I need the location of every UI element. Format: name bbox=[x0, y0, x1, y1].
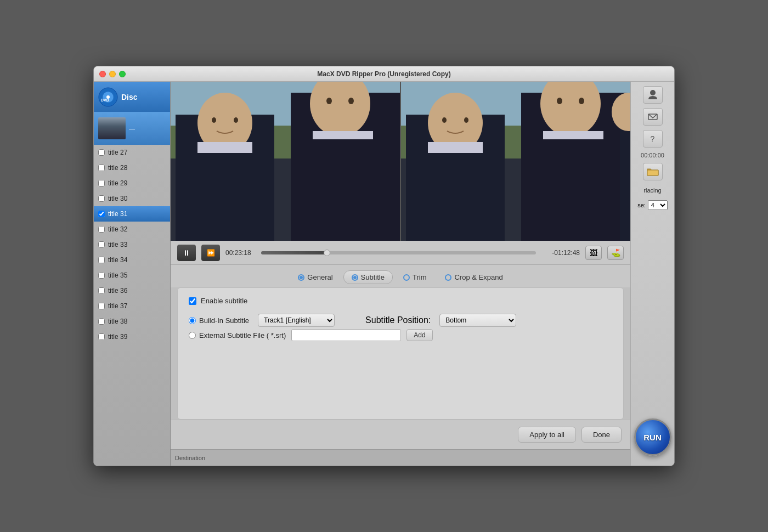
tab-general[interactable]: General bbox=[290, 270, 341, 284]
controls-bar: ⏸ ⏩ 00:23:18 -01:12:48 🖼 ⛳ bbox=[171, 241, 630, 265]
external-file-input[interactable] bbox=[291, 329, 401, 341]
title-item-27[interactable]: title 27 bbox=[94, 145, 170, 160]
right-panel: ? 00:00:00 rlacing se: 4 2 8 bbox=[630, 82, 674, 466]
title-34-checkbox[interactable] bbox=[98, 257, 105, 263]
mail-icon-btn[interactable] bbox=[643, 108, 663, 126]
title-27-checkbox[interactable] bbox=[98, 149, 105, 156]
title-item-28[interactable]: title 28 bbox=[94, 160, 170, 176]
screenshot-button[interactable]: 🖼 bbox=[585, 246, 602, 260]
svg-text:DVD: DVD bbox=[101, 98, 109, 102]
title-29-label: title 29 bbox=[108, 179, 127, 187]
apply-to-all-button[interactable]: Apply to all bbox=[518, 427, 576, 443]
help-icon-btn[interactable]: ? bbox=[643, 130, 663, 148]
se-label: se: bbox=[637, 202, 646, 208]
svg-point-11 bbox=[212, 117, 216, 123]
minimize-button[interactable] bbox=[109, 71, 116, 77]
title-28-checkbox[interactable] bbox=[98, 165, 105, 171]
flag-button[interactable]: ⛳ bbox=[607, 246, 624, 260]
title-item-32[interactable]: title 32 bbox=[94, 222, 170, 237]
title-39-checkbox[interactable] bbox=[98, 333, 105, 340]
title-item-34[interactable]: title 34 bbox=[94, 252, 170, 268]
title-37-checkbox[interactable] bbox=[98, 303, 105, 309]
title-item-33[interactable]: title 33 bbox=[94, 237, 170, 252]
svg-point-30 bbox=[557, 98, 562, 104]
run-button[interactable]: RUN bbox=[634, 418, 671, 456]
title-33-label: title 33 bbox=[108, 241, 127, 248]
svg-rect-36 bbox=[647, 170, 658, 176]
title-29-checkbox[interactable] bbox=[98, 180, 105, 186]
tab-crop-expand[interactable]: Crop & Expand bbox=[437, 270, 511, 284]
external-radio[interactable] bbox=[189, 332, 196, 339]
fullscreen-button[interactable] bbox=[119, 71, 126, 77]
tab-general-label: General bbox=[307, 273, 332, 281]
sidebar-disc-label: Disc bbox=[121, 93, 138, 101]
sidebar-thumb bbox=[98, 117, 126, 139]
video-left bbox=[171, 82, 400, 241]
position-label: Subtitle Position: bbox=[365, 315, 431, 325]
close-button[interactable] bbox=[99, 71, 106, 77]
add-button[interactable]: Add bbox=[406, 329, 432, 341]
fast-forward-button[interactable]: ⏩ bbox=[201, 245, 220, 261]
title-39-label: title 39 bbox=[108, 333, 127, 341]
done-button[interactable]: Done bbox=[581, 427, 622, 443]
progress-fill bbox=[261, 251, 327, 254]
title-30-label: title 30 bbox=[108, 195, 127, 202]
title-31-checkbox[interactable] bbox=[98, 211, 105, 217]
main-body: DVD Disc — title 27 title 28 bbox=[94, 82, 674, 466]
title-item-31[interactable]: title 31 bbox=[94, 206, 170, 222]
tab-crop-radio bbox=[445, 274, 451, 281]
title-34-label: title 34 bbox=[108, 256, 127, 264]
tab-subtitle[interactable]: Subtitle bbox=[343, 270, 393, 284]
progress-bar[interactable] bbox=[261, 251, 536, 254]
destination-label: Destination bbox=[175, 455, 205, 461]
title-item-38[interactable]: title 38 bbox=[94, 314, 170, 329]
title-36-checkbox[interactable] bbox=[98, 287, 105, 294]
tab-trim[interactable]: Trim bbox=[395, 270, 435, 284]
sidebar-top-item[interactable]: — bbox=[94, 112, 170, 145]
title-item-36[interactable]: title 36 bbox=[94, 283, 170, 298]
video-preview bbox=[171, 82, 630, 241]
title-38-checkbox[interactable] bbox=[98, 318, 105, 325]
title-32-checkbox[interactable] bbox=[98, 226, 105, 233]
se-row: se: 4 2 8 bbox=[637, 200, 668, 210]
enable-subtitle-checkbox[interactable] bbox=[189, 297, 196, 305]
title-37-label: title 37 bbox=[108, 302, 127, 310]
progress-thumb bbox=[324, 250, 330, 256]
position-select[interactable]: Bottom Top Center bbox=[439, 314, 516, 327]
help-icon: ? bbox=[651, 134, 655, 143]
title-item-35[interactable]: title 35 bbox=[94, 268, 170, 283]
right-time-display: 00:00:00 bbox=[641, 152, 664, 159]
tab-subtitle-label: Subtitle bbox=[361, 273, 385, 281]
run-label: RUN bbox=[643, 433, 662, 442]
pause-button[interactable]: ⏸ bbox=[177, 245, 196, 261]
svg-rect-29 bbox=[543, 131, 603, 139]
sidebar-header: DVD Disc bbox=[94, 82, 170, 112]
sidebar: DVD Disc — title 27 title 28 bbox=[94, 82, 171, 466]
mail-icon bbox=[647, 111, 658, 122]
svg-point-31 bbox=[579, 98, 584, 104]
title-32-label: title 32 bbox=[108, 225, 127, 233]
title-35-checkbox[interactable] bbox=[98, 272, 105, 279]
builtin-radio-option[interactable]: Build-In Subtitle bbox=[189, 316, 249, 325]
enable-subtitle-row: Enable subtitle bbox=[189, 297, 612, 305]
video-left-frame bbox=[171, 82, 400, 241]
title-item-30[interactable]: title 30 bbox=[94, 191, 170, 206]
title-33-checkbox[interactable] bbox=[98, 241, 105, 248]
title-item-37[interactable]: title 37 bbox=[94, 298, 170, 314]
svg-point-26 bbox=[464, 117, 468, 123]
title-item-39[interactable]: title 39 bbox=[94, 329, 170, 344]
svg-point-25 bbox=[442, 117, 447, 123]
builtin-radio[interactable] bbox=[189, 317, 196, 324]
title-38-label: title 38 bbox=[108, 318, 127, 325]
folder-icon-btn[interactable] bbox=[643, 163, 663, 180]
title-30-checkbox[interactable] bbox=[98, 195, 105, 202]
person-icon-btn[interactable] bbox=[643, 86, 663, 104]
svg-rect-15 bbox=[313, 131, 373, 139]
svg-rect-10 bbox=[197, 142, 252, 153]
external-radio-option[interactable]: External Subtitle File ( *.srt) bbox=[189, 331, 286, 339]
se-select[interactable]: 4 2 8 bbox=[648, 200, 668, 210]
track-select[interactable]: Track1 [English] Track2 [French] bbox=[258, 314, 335, 327]
title-item-29[interactable]: title 29 bbox=[94, 176, 170, 191]
dvd-icon: DVD bbox=[98, 87, 118, 107]
tab-trim-label: Trim bbox=[413, 273, 427, 281]
